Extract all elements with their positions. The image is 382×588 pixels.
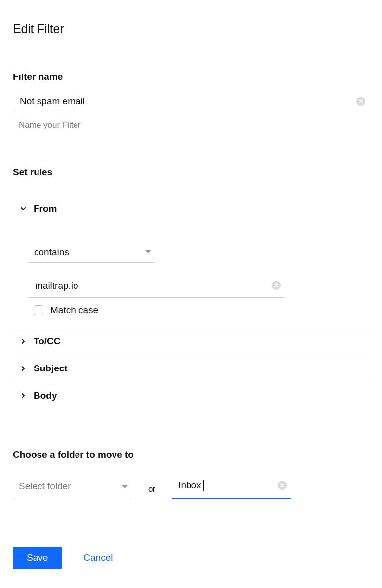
chevron-right-icon [19, 364, 28, 373]
from-operator-value: contains [34, 247, 69, 257]
choose-folder-heading: Choose a folder to move to [13, 449, 369, 460]
x-icon [274, 283, 279, 288]
rule-body-header[interactable]: Body [13, 382, 369, 409]
from-value-input[interactable] [34, 280, 268, 292]
clear-folder-input-button[interactable] [278, 481, 287, 490]
rule-tocc-header[interactable]: To/CC [13, 328, 369, 355]
chevron-down-icon [19, 204, 28, 213]
from-operator-select[interactable]: contains [28, 242, 154, 263]
match-case-label: Match case [50, 305, 98, 316]
folder-select-placeholder: Select folder [19, 481, 71, 491]
rule-subject-label: Subject [34, 363, 68, 374]
chevron-right-icon [19, 337, 28, 346]
match-case-checkbox[interactable] [34, 305, 43, 315]
or-separator: or [148, 484, 155, 499]
folder-input-wrap: Inbox [172, 475, 291, 499]
chevron-right-icon [19, 391, 28, 400]
clear-from-value-button[interactable] [272, 281, 281, 290]
from-value-field-wrap [28, 275, 285, 298]
text-cursor-icon [203, 480, 204, 491]
x-icon [280, 483, 285, 488]
save-button[interactable]: Save [13, 547, 62, 569]
folder-select[interactable]: Select folder [13, 476, 131, 499]
cancel-button[interactable]: Cancel [83, 552, 113, 563]
filter-name-label: Filter name [13, 72, 369, 82]
set-rules-heading: Set rules [13, 167, 369, 178]
filter-name-input[interactable] [19, 95, 352, 107]
rule-from-body: contains Match case [13, 222, 369, 328]
caret-down-icon [145, 248, 152, 257]
match-case-row: Match case [34, 305, 369, 316]
folder-input[interactable]: Inbox [178, 480, 203, 490]
rule-tocc-label: To/CC [34, 336, 61, 347]
rule-from-label: From [34, 203, 57, 214]
filter-name-helper: Name your Filter [19, 120, 369, 130]
x-icon [358, 99, 363, 104]
caret-down-icon [121, 483, 128, 492]
rule-from-header[interactable]: From [13, 195, 369, 222]
clear-filter-name-button[interactable] [356, 97, 365, 106]
rule-subject-header[interactable]: Subject [13, 355, 369, 382]
filter-name-field-wrap [13, 91, 369, 113]
page-title: Edit Filter [13, 22, 369, 36]
rule-body-label: Body [34, 390, 57, 401]
